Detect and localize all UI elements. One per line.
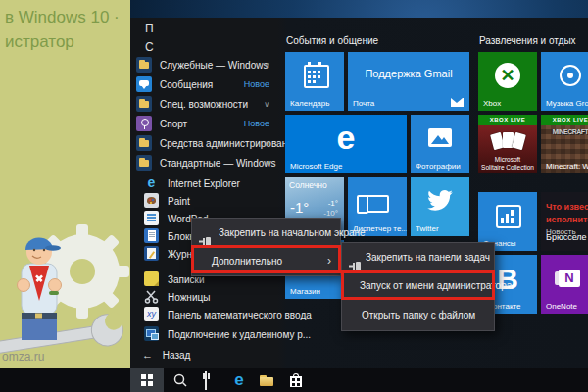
journal-icon bbox=[144, 246, 159, 261]
context-submenu: Закрепить на панели задач Запуск от имен… bbox=[341, 242, 495, 331]
app-list-item-messaging[interactable]: Сообщения Новое bbox=[130, 76, 279, 94]
menu-item-pin-to-start[interactable]: Закрепить на начальном экране bbox=[192, 219, 340, 247]
app-list-folder-accessories[interactable]: Стандартные — Windows ∧ bbox=[130, 155, 279, 172]
app-list-letter-p[interactable]: П bbox=[145, 22, 154, 35]
folder-icon bbox=[136, 155, 152, 171]
app-list-item-remote-desktop[interactable]: Подключение к удаленному р... bbox=[130, 326, 279, 344]
new-badge: Новое bbox=[244, 79, 270, 89]
tile-xbox[interactable]: ✕ Xbox bbox=[478, 52, 537, 111]
menu-item-run-as-administrator[interactable]: Запуск от имени администратора bbox=[342, 271, 494, 301]
screenshot-root: П С Служебные — Windows ∨ Сообщения Ново… bbox=[0, 0, 588, 392]
start-button[interactable] bbox=[130, 368, 164, 392]
folder-icon bbox=[136, 57, 152, 73]
tile-calendar[interactable]: Календарь bbox=[285, 52, 344, 111]
menu-item-open-file-location[interactable]: Открыть папку с файлом bbox=[342, 301, 494, 330]
groove-music-icon bbox=[560, 65, 581, 86]
taskbar: e bbox=[0, 368, 588, 392]
xbox-logo-icon: ✕ bbox=[495, 63, 520, 88]
chevron-down-icon: ∨ bbox=[264, 61, 270, 70]
chevron-up-icon: ∧ bbox=[264, 159, 270, 168]
messaging-icon bbox=[136, 76, 152, 92]
promo-title: в Windows 10 · истратор bbox=[5, 6, 120, 54]
new-badge: Новое bbox=[244, 119, 270, 128]
mail-envelope-icon bbox=[451, 98, 464, 107]
app-list-item-sport[interactable]: Спорт Новое bbox=[130, 116, 279, 133]
edge-taskbar-icon[interactable]: e bbox=[231, 372, 247, 388]
xbox-live-banner: XBOX LIVE bbox=[541, 115, 588, 125]
tile-minecraft[interactable]: XBOX LIVE MINECRAFT Minecraft: W bbox=[541, 115, 588, 173]
tile-mail[interactable]: Поддержка Gmail Почта bbox=[348, 52, 469, 111]
app-list-item-snipping-tool[interactable]: Ножницы bbox=[130, 289, 279, 307]
watermark: omza.ru bbox=[2, 350, 44, 364]
devices-icon bbox=[364, 195, 389, 213]
folder-icon bbox=[136, 96, 152, 112]
remote-desktop-icon bbox=[144, 326, 159, 341]
tile-microsoft-edge[interactable]: e Microsoft Edge bbox=[285, 115, 407, 173]
sticky-notes-icon bbox=[144, 271, 159, 286]
tile-photos[interactable]: Фотографии bbox=[411, 115, 469, 173]
submenu-arrow-icon: › bbox=[327, 247, 331, 275]
calendar-icon bbox=[304, 65, 329, 88]
windows-logo-icon bbox=[141, 374, 153, 386]
paint-icon bbox=[144, 193, 159, 208]
app-list-letter-s[interactable]: С bbox=[145, 40, 154, 54]
task-view-icon[interactable] bbox=[202, 372, 218, 388]
promo-panel: в Windows 10 · истратор bbox=[0, 0, 130, 369]
tile-onenote[interactable]: N OneNote bbox=[541, 255, 588, 314]
app-list-folder-admin-tools[interactable]: Средства администрирован... ∨ bbox=[130, 135, 279, 153]
app-list-item-paint[interactable]: Paint bbox=[130, 193, 279, 211]
tile-group-header-1[interactable]: События и общение bbox=[286, 35, 378, 46]
back-button[interactable]: Назад bbox=[142, 349, 190, 361]
app-list-item-math-input[interactable]: xy Панель математического ввода bbox=[130, 307, 279, 324]
tile-twitter[interactable]: Twitter bbox=[411, 177, 469, 236]
finance-chart-icon bbox=[496, 205, 521, 228]
folder-icon bbox=[136, 135, 152, 151]
sport-icon bbox=[136, 116, 152, 131]
internet-explorer-icon: e bbox=[144, 175, 159, 190]
onenote-icon: N bbox=[559, 270, 580, 287]
tile-group-header-2[interactable]: Развлечения и отдых bbox=[479, 35, 576, 46]
notepad-icon bbox=[144, 228, 159, 243]
xbox-live-banner: XBOX LIVE bbox=[478, 115, 537, 125]
tile-groove-music[interactable]: Музыка Groove bbox=[541, 52, 588, 111]
edge-logo-icon: e bbox=[285, 119, 407, 157]
repairman-mascot-image bbox=[0, 222, 130, 369]
menu-item-more[interactable]: Дополнительно › bbox=[192, 247, 340, 275]
app-list-item-internet-explorer[interactable]: e Internet Explorer bbox=[130, 175, 279, 193]
context-menu: Закрепить на начальном экране Дополнител… bbox=[191, 218, 341, 276]
tile-solitaire[interactable]: XBOX LIVE MicrosoftSolitaire Collection bbox=[478, 115, 537, 173]
desktop-wallpaper bbox=[130, 0, 588, 18]
photos-icon bbox=[428, 128, 452, 147]
menu-item-pin-to-taskbar[interactable]: Закрепить на панели задач bbox=[342, 243, 494, 271]
app-list-folder-accessibility[interactable]: Спец. возможности ∨ bbox=[130, 96, 279, 114]
twitter-bird-icon bbox=[426, 189, 454, 213]
chevron-down-icon: ∨ bbox=[264, 139, 270, 148]
wordpad-icon bbox=[144, 211, 159, 225]
app-list-folder-system[interactable]: Служебные — Windows ∨ bbox=[130, 57, 279, 74]
tile-news[interactable]: Что извесисполните Новость Брюсселе bbox=[541, 192, 588, 251]
chevron-down-icon: ∨ bbox=[264, 100, 270, 109]
math-input-icon: xy bbox=[144, 307, 159, 321]
scissors-icon bbox=[144, 289, 159, 304]
search-icon[interactable] bbox=[172, 372, 188, 388]
